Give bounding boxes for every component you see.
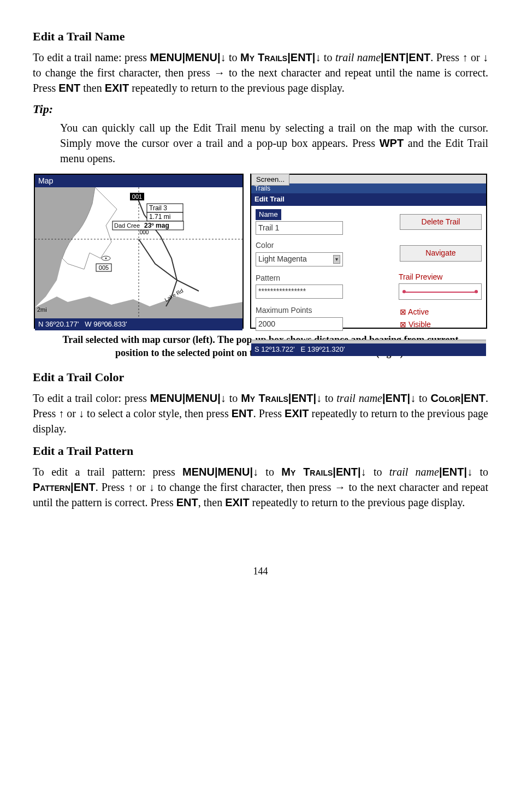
tip-body: You can quickly call up the Edit Trail m…	[60, 120, 488, 166]
trail-preview-label: Trail Preview	[399, 272, 482, 283]
navigate-button[interactable]: Navigate	[400, 245, 482, 262]
para-edit-name: To edit a trail name: press MENU|MENU|↓ …	[33, 50, 488, 96]
heading-edit-trail-color: Edit a Trail Color	[33, 369, 488, 386]
figure-map: Map 001 Tra	[34, 174, 244, 329]
screen-button[interactable]: Screen...	[251, 174, 289, 186]
svg-text:1.71 mi: 1.71 mi	[149, 213, 170, 221]
color-label: Color	[256, 240, 392, 251]
form-statusbar: S 12º13.722' E 139º21.320'	[251, 343, 486, 355]
edit-trail-form: Name Trail 1 Delete Trail Color Light Ma…	[251, 206, 486, 340]
map-titlebar: Map	[35, 175, 242, 188]
map-body: 001 Trail 3 1.71 mi Dad Cree 23º mag 000	[35, 187, 242, 318]
svg-text:23º mag: 23º mag	[144, 222, 169, 229]
svg-text:Dad Cree: Dad Cree	[114, 222, 140, 229]
waypoint-005-icon: 005	[96, 264, 111, 271]
figure-edit-trail: Screen... Trails Edit Trail Name Trail 1…	[250, 174, 487, 329]
name-label: Name	[256, 209, 281, 220]
heading-edit-trail-pattern: Edit a Trail Pattern	[33, 443, 488, 460]
edit-trail-titlebar: Edit Trail	[251, 193, 486, 205]
map-statusbar: N 36º20.177' W 96º06.833'	[35, 318, 242, 330]
svg-text:001: 001	[132, 193, 142, 200]
active-checkbox[interactable]: ⊠ Active	[400, 306, 482, 318]
page-number: 144	[33, 565, 488, 578]
visible-checkbox[interactable]: ⊠ Visible	[400, 318, 482, 330]
heading-edit-trail-name: Edit a Trail Name	[33, 28, 488, 45]
pattern-label: Pattern	[256, 273, 391, 284]
trail-popup: Trail 3 1.71 mi Dad Cree 23º mag 000	[113, 204, 183, 235]
trail-preview-box	[399, 283, 482, 300]
figure-row: Map 001 Tra	[33, 174, 488, 329]
name-field[interactable]: Trail 1	[256, 221, 343, 235]
svg-text:000: 000	[140, 229, 149, 235]
delete-trail-button[interactable]: Delete Trail	[400, 214, 482, 230]
para-edit-pattern: To edit a trail pattern: press MENU|MENU…	[33, 464, 488, 510]
svg-point-13	[105, 258, 107, 259]
max-points-field[interactable]: 2000	[256, 317, 343, 331]
pattern-field[interactable]: ****************	[256, 285, 343, 299]
svg-text:005: 005	[99, 264, 109, 271]
para-edit-color: To edit a trail color: press MENU|MENU|↓…	[33, 390, 488, 436]
svg-text:2mi: 2mi	[37, 306, 47, 313]
max-points-label: Maximum Points	[256, 305, 392, 316]
color-select[interactable]: Light Magenta ▾	[256, 252, 343, 266]
chevron-down-icon: ▾	[333, 255, 340, 264]
map-svg: 001 Trail 3 1.71 mi Dad Cree 23º mag 000	[35, 187, 242, 318]
waypoint-001-icon: 001	[130, 193, 144, 200]
svg-text:Trail 3: Trail 3	[149, 204, 167, 212]
tip-heading: Tip:	[33, 101, 488, 118]
